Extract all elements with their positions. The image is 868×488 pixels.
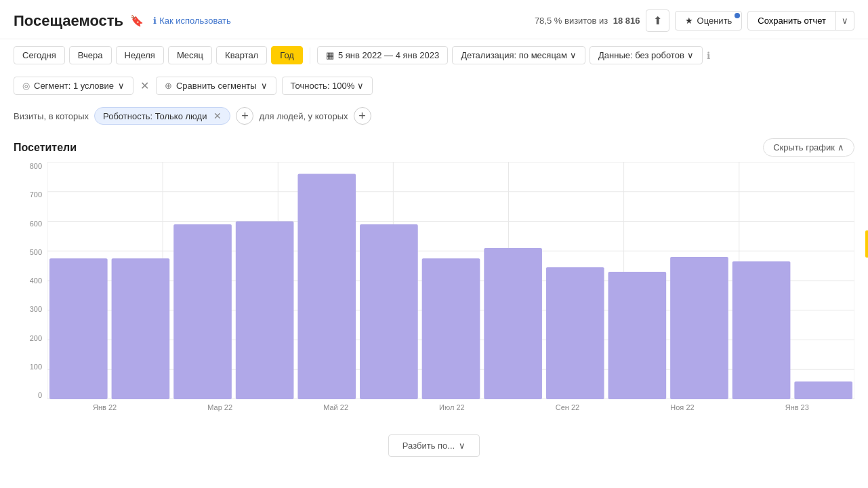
segment-circle-icon: ◎ <box>22 81 30 91</box>
chevron-down-icon-bottom: ∨ <box>459 441 466 451</box>
x-label-nov22: Ноя 22 <box>670 403 694 411</box>
data-label: Данные: без роботов <box>598 50 684 60</box>
visits-count: 18 816 <box>613 16 640 26</box>
x-axis: Янв 22 Мар 22 Май 22 Июл 22 Сен 22 Ноя 2… <box>47 399 854 420</box>
period-today[interactable]: Сегодня <box>14 46 65 64</box>
rate-dot <box>735 13 740 18</box>
y-label-700: 700 <box>30 190 42 199</box>
toolbar: Сегодня Вчера Неделя Месяц Квартал Год ▦… <box>0 39 868 71</box>
chevron-up-icon: ∧ <box>838 142 844 152</box>
plus-icon: + <box>241 109 249 123</box>
info-icon: ℹ <box>153 16 157 26</box>
compare-button[interactable]: ⊕ Сравнить сегменты ∨ <box>156 77 276 95</box>
compare-icon: ⊕ <box>165 81 172 91</box>
show-more-label: Разбить по... <box>402 441 455 451</box>
save-btn-wrap: Сохранить отчет ∨ <box>747 11 854 30</box>
chevron-down-icon: ∨ <box>842 16 848 26</box>
visits-stat: 78,5 % визитов из 18 816 <box>535 16 640 26</box>
calendar-icon: ▦ <box>326 50 334 60</box>
x-label-jan22: Янв 22 <box>93 403 117 411</box>
hide-chart-label: Скрыть график <box>773 142 835 152</box>
add-segment-condition-button[interactable]: + <box>236 107 253 125</box>
how-to-use-link[interactable]: ℹ Как использовать <box>153 16 231 26</box>
svg-rect-28 <box>732 262 791 399</box>
x-label-jan23: Янв 23 <box>785 403 809 411</box>
segment-label: Сегмент: 1 условие <box>34 81 114 91</box>
header: Посещаемость 🔖 ℹ Как использовать 78,5 %… <box>0 0 868 39</box>
bottom-section: Разбить по... ∨ <box>0 426 868 465</box>
save-report-button[interactable]: Сохранить отчет <box>748 12 835 30</box>
toolbar-separator <box>310 47 310 64</box>
data-info-icon[interactable]: ℹ <box>707 50 710 61</box>
svg-rect-21 <box>297 174 356 400</box>
period-quarter[interactable]: Квартал <box>216 46 267 64</box>
svg-rect-22 <box>360 224 418 399</box>
y-label-400: 400 <box>30 277 42 285</box>
x-label-mar22: Мар 22 <box>207 403 232 411</box>
svg-rect-26 <box>608 272 667 399</box>
hide-chart-button[interactable]: Скрыть график ∧ <box>763 138 854 157</box>
detail-button[interactable]: Детализация: по месяцам ∨ <box>452 46 585 64</box>
y-label-300: 300 <box>30 305 42 313</box>
bars-container <box>47 162 854 399</box>
bookmark-icon[interactable]: 🔖 <box>130 14 144 27</box>
x-label-sep22: Сен 22 <box>556 403 579 411</box>
svg-rect-29 <box>794 382 852 399</box>
rate-btn-label: Оценить <box>697 16 732 26</box>
right-edge-indicator <box>865 230 868 258</box>
period-week[interactable]: Неделя <box>116 46 164 64</box>
chart-title: Посетители <box>14 142 77 154</box>
segment-row-prefix: Визиты, в которых <box>14 111 89 121</box>
y-label-800: 800 <box>30 162 42 170</box>
segment-tag[interactable]: Роботность: Только люди ✕ <box>94 107 230 125</box>
y-label-600: 600 <box>30 220 42 228</box>
page-title: Посещаемость <box>14 12 123 30</box>
svg-rect-24 <box>484 248 542 399</box>
svg-rect-20 <box>236 222 294 400</box>
period-month[interactable]: Месяц <box>168 46 212 64</box>
share-button[interactable]: ⬆ <box>646 9 669 32</box>
share-icon: ⬆ <box>653 14 662 27</box>
chart-wrap: 800 700 600 500 400 300 200 100 0 <box>14 162 854 420</box>
visits-stat-prefix: 78,5 % визитов из <box>535 16 608 26</box>
segment-tag-close-button[interactable]: ✕ <box>213 110 222 121</box>
svg-rect-25 <box>546 267 604 399</box>
add-people-condition-button[interactable]: + <box>354 107 371 125</box>
compare-chevron-icon: ∨ <box>261 81 268 91</box>
info-link-text: Как использовать <box>159 16 231 26</box>
show-more-button[interactable]: Разбить по... ∨ <box>388 434 480 457</box>
y-label-200: 200 <box>30 334 42 342</box>
data-button[interactable]: Данные: без роботов ∨ <box>590 46 703 64</box>
accuracy-chevron-icon: ∨ <box>357 81 364 91</box>
x-label-may22: Май 22 <box>323 403 348 411</box>
date-range-button[interactable]: ▦ 5 янв 2022 — 4 янв 2023 <box>317 46 448 64</box>
detail-label: Детализация: по месяцам <box>461 50 567 60</box>
svg-rect-17 <box>49 258 108 399</box>
save-report-dropdown-button[interactable]: ∨ <box>835 12 854 30</box>
plus-icon-2: + <box>358 109 366 123</box>
accuracy-label: Точность: 100% <box>291 81 355 91</box>
segment-tag-label: Роботность: Только люди <box>103 111 207 121</box>
chart-area <box>47 162 854 399</box>
chevron-down-icon-detail: ∨ <box>570 50 577 60</box>
y-label-500: 500 <box>30 248 42 256</box>
chevron-down-icon-data: ∨ <box>687 50 694 60</box>
y-label-0: 0 <box>38 391 42 399</box>
svg-rect-27 <box>670 257 728 399</box>
segment-close-button[interactable]: ✕ <box>139 79 150 92</box>
svg-rect-23 <box>422 258 480 399</box>
rate-star-icon: ★ <box>685 16 693 26</box>
svg-rect-19 <box>173 224 232 399</box>
rate-button[interactable]: ★ Оценить <box>675 11 743 30</box>
svg-rect-18 <box>112 258 170 399</box>
date-range-label: 5 янв 2022 — 4 янв 2023 <box>338 50 439 60</box>
filters-row: ◎ Сегмент: 1 условие ∨ ✕ ⊕ Сравнить сегм… <box>0 71 868 100</box>
segment-chevron-icon: ∨ <box>118 81 125 91</box>
accuracy-button[interactable]: Точность: 100% ∨ <box>282 77 373 95</box>
period-yesterday[interactable]: Вчера <box>69 46 112 64</box>
chart-header: Посетители Скрыть график ∧ <box>14 138 854 157</box>
y-label-100: 100 <box>30 363 42 371</box>
period-year[interactable]: Год <box>271 46 303 64</box>
segment-button[interactable]: ◎ Сегмент: 1 условие ∨ <box>14 77 133 95</box>
x-label-jul22: Июл 22 <box>439 403 465 411</box>
